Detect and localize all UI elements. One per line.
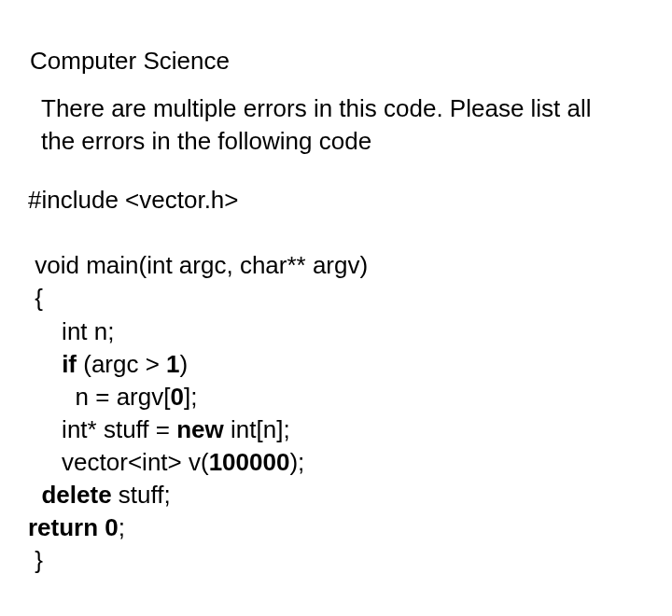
code-line-main: void main(int argc, char** argv) bbox=[35, 251, 368, 279]
code-if-close: ) bbox=[180, 350, 189, 378]
code-line-close-brace: } bbox=[28, 546, 43, 574]
code-num-0: 0 bbox=[170, 383, 183, 411]
question-text: There are multiple errors in this code. … bbox=[41, 92, 620, 158]
subject-heading: Computer Science bbox=[30, 47, 644, 76]
code-keyword-if: if bbox=[62, 350, 77, 378]
code-stuff-post: int[n]; bbox=[224, 415, 290, 443]
code-num-ret0: 0 bbox=[105, 513, 118, 541]
code-vector-close: ); bbox=[289, 448, 304, 476]
code-line-int-n: int n; bbox=[28, 317, 115, 345]
code-keyword-new: new bbox=[176, 415, 224, 443]
code-assign-close: ]; bbox=[184, 383, 197, 411]
code-line-assign: n = argv[ bbox=[28, 383, 170, 411]
code-return-close: ; bbox=[119, 513, 125, 541]
code-if-cond: (argc > bbox=[77, 350, 166, 378]
code-keyword-return: return bbox=[28, 513, 98, 541]
code-block: #include <vector.h> void main(int argc, … bbox=[28, 184, 644, 577]
code-line-vector: vector<int> v( bbox=[28, 448, 209, 476]
code-line-include: #include <vector.h> bbox=[28, 186, 239, 214]
code-line-if-indent bbox=[28, 350, 62, 378]
code-num-100000: 100000 bbox=[209, 448, 290, 476]
code-line-open-brace: { bbox=[35, 284, 43, 312]
code-keyword-delete: delete bbox=[41, 481, 111, 509]
code-num-1: 1 bbox=[166, 350, 179, 378]
code-line-delete-indent bbox=[28, 481, 41, 509]
code-delete-post: stuff; bbox=[112, 481, 171, 509]
code-line-stuff: int* stuff = bbox=[28, 415, 176, 443]
